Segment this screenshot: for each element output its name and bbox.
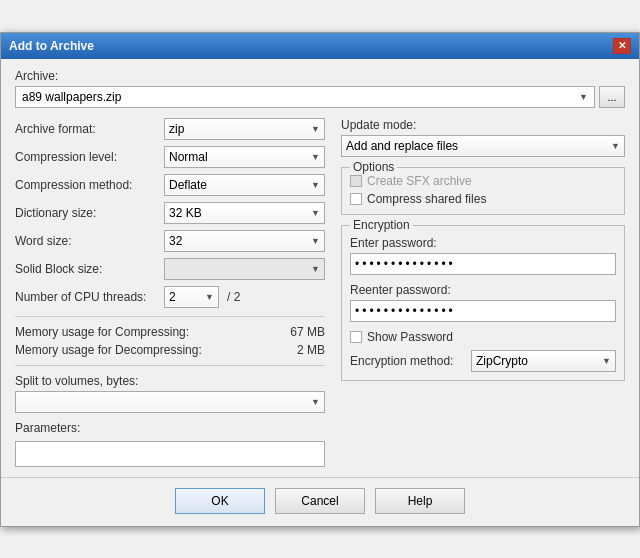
main-columns: Archive format: zip ▼ Compression level:… — [15, 118, 625, 467]
cpu-threads-row: Number of CPU threads: 2 ▼ / 2 — [15, 286, 325, 308]
reenter-password-input[interactable] — [350, 300, 616, 322]
solid-block-arrow-icon: ▼ — [311, 264, 320, 274]
archive-path-combo[interactable]: a89 wallpapers.zip ▼ — [15, 86, 595, 108]
word-size-row: Word size: 32 ▼ — [15, 230, 325, 252]
solid-block-row: Solid Block size: ▼ — [15, 258, 325, 280]
mem-compress-value: 67 MB — [215, 325, 325, 339]
enter-password-label: Enter password: — [350, 236, 616, 250]
create-sfx-label: Create SFX archive — [367, 174, 472, 188]
split-combo[interactable]: ▼ — [15, 391, 325, 413]
word-size-value: 32 — [169, 234, 182, 248]
cpu-threads-total: / 2 — [227, 290, 240, 304]
compression-level-arrow-icon: ▼ — [311, 152, 320, 162]
solid-block-combo[interactable]: ▼ — [164, 258, 325, 280]
enc-method-combo[interactable]: ZipCrypto ▼ — [471, 350, 616, 372]
browse-button[interactable]: ... — [599, 86, 625, 108]
compression-method-row: Compression method: Deflate ▼ — [15, 174, 325, 196]
compress-shared-label: Compress shared files — [367, 192, 486, 206]
mem-compress-label: Memory usage for Compressing: — [15, 325, 215, 339]
dialog-body: Archive: a89 wallpapers.zip ▼ ... Archiv… — [1, 59, 639, 477]
dictionary-size-combo[interactable]: 32 KB ▼ — [164, 202, 325, 224]
dictionary-size-row: Dictionary size: 32 KB ▼ — [15, 202, 325, 224]
ok-button[interactable]: OK — [175, 488, 265, 514]
cpu-threads-arrow-icon: ▼ — [205, 292, 214, 302]
format-label: Archive format: — [15, 122, 160, 136]
dictionary-size-value: 32 KB — [169, 206, 202, 220]
compression-level-label: Compression level: — [15, 150, 160, 164]
split-row: Split to volumes, bytes: ▼ — [15, 374, 325, 413]
archive-label: Archive: — [15, 69, 625, 83]
dictionary-size-label: Dictionary size: — [15, 206, 160, 220]
compress-shared-checkbox[interactable] — [350, 193, 362, 205]
cpu-threads-value: 2 — [169, 290, 176, 304]
enc-method-label: Encryption method: — [350, 354, 465, 368]
update-mode-arrow-icon: ▼ — [611, 141, 620, 151]
cpu-threads-combo[interactable]: 2 ▼ — [164, 286, 219, 308]
params-label: Parameters: — [15, 421, 325, 435]
compression-method-value: Deflate — [169, 178, 207, 192]
show-password-label: Show Password — [367, 330, 453, 344]
word-size-label: Word size: — [15, 234, 160, 248]
compression-method-arrow-icon: ▼ — [311, 180, 320, 190]
dialog-title: Add to Archive — [9, 39, 94, 53]
enter-password-input[interactable] — [350, 253, 616, 275]
options-group: Options Create SFX archive Compress shar… — [341, 167, 625, 215]
format-combo[interactable]: zip ▼ — [164, 118, 325, 140]
left-column: Archive format: zip ▼ Compression level:… — [15, 118, 325, 467]
cpu-threads-label: Number of CPU threads: — [15, 290, 160, 304]
update-mode-combo[interactable]: Add and replace files ▼ — [341, 135, 625, 157]
show-password-row: Show Password — [350, 330, 616, 344]
create-sfx-checkbox[interactable] — [350, 175, 362, 187]
help-button[interactable]: Help — [375, 488, 465, 514]
params-section: Parameters: — [15, 421, 325, 467]
enc-method-arrow-icon: ▼ — [602, 356, 611, 366]
archive-path-value: a89 wallpapers.zip — [22, 90, 121, 104]
format-value: zip — [169, 122, 184, 136]
cancel-button[interactable]: Cancel — [275, 488, 365, 514]
mem-decompress-row: Memory usage for Decompressing: 2 MB — [15, 343, 325, 357]
enc-method-value: ZipCrypto — [476, 354, 528, 368]
mem-compress-row: Memory usage for Compressing: 67 MB — [15, 325, 325, 339]
options-group-title: Options — [350, 160, 397, 174]
divider1 — [15, 316, 325, 317]
word-size-combo[interactable]: 32 ▼ — [164, 230, 325, 252]
split-label: Split to volumes, bytes: — [15, 374, 325, 388]
update-mode-label: Update mode: — [341, 118, 625, 132]
divider2 — [15, 365, 325, 366]
dictionary-size-arrow-icon: ▼ — [311, 208, 320, 218]
title-bar: Add to Archive ✕ — [1, 33, 639, 59]
compress-shared-row: Compress shared files — [350, 192, 616, 206]
dialog-footer: OK Cancel Help — [1, 477, 639, 526]
compression-level-value: Normal — [169, 150, 208, 164]
archive-combo-arrow-icon: ▼ — [579, 92, 588, 102]
format-arrow-icon: ▼ — [311, 124, 320, 134]
mem-decompress-label: Memory usage for Decompressing: — [15, 343, 215, 357]
compression-method-label: Compression method: — [15, 178, 160, 192]
solid-block-label: Solid Block size: — [15, 262, 160, 276]
reenter-password-label: Reenter password: — [350, 283, 616, 297]
params-input[interactable] — [15, 441, 325, 467]
compression-level-row: Compression level: Normal ▼ — [15, 146, 325, 168]
compression-method-combo[interactable]: Deflate ▼ — [164, 174, 325, 196]
mem-decompress-value: 2 MB — [215, 343, 325, 357]
split-arrow-icon: ▼ — [311, 397, 320, 407]
word-size-arrow-icon: ▼ — [311, 236, 320, 246]
archive-row: a89 wallpapers.zip ▼ ... — [15, 86, 625, 108]
enc-group-title: Encryption — [350, 218, 413, 232]
encryption-group: Encryption Enter password: Reenter passw… — [341, 225, 625, 381]
show-password-checkbox[interactable] — [350, 331, 362, 343]
format-row: Archive format: zip ▼ — [15, 118, 325, 140]
right-column: Update mode: Add and replace files ▼ Opt… — [341, 118, 625, 467]
create-sfx-row: Create SFX archive — [350, 174, 616, 188]
enc-method-row: Encryption method: ZipCrypto ▼ — [350, 350, 616, 372]
compression-level-combo[interactable]: Normal ▼ — [164, 146, 325, 168]
dialog-window: Add to Archive ✕ Archive: a89 wallpapers… — [0, 32, 640, 527]
update-mode-value: Add and replace files — [346, 139, 458, 153]
close-button[interactable]: ✕ — [613, 38, 631, 54]
